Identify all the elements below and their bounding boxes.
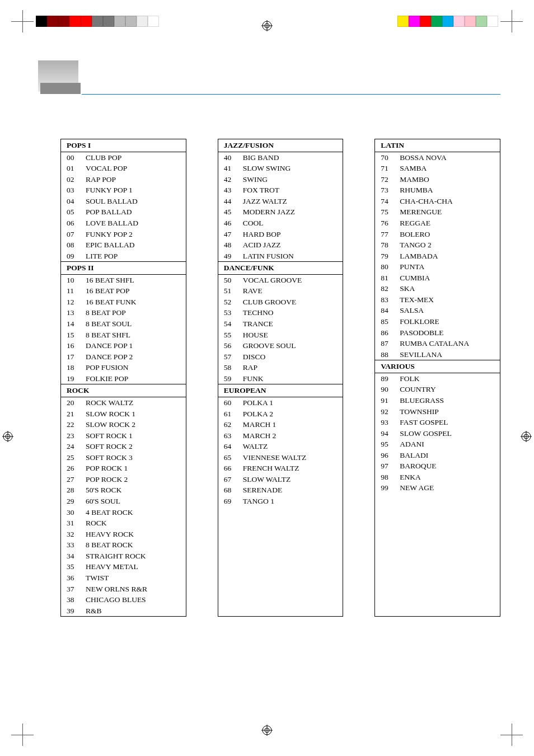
item-number: 85 [381, 316, 400, 327]
list-item: 91BLUEGRASS [375, 395, 500, 406]
color-swatch [442, 16, 453, 27]
list-item: 39R&B [61, 605, 186, 617]
item-number: 63 [224, 430, 243, 442]
crop-mark-bottom-left [11, 724, 34, 746]
list-item: 61POLKA 2 [218, 408, 343, 420]
item-number: 67 [224, 474, 243, 485]
item-number: 25 [67, 452, 86, 463]
item-number: 90 [381, 384, 400, 395]
item-number: 00 [67, 152, 86, 163]
item-number: 79 [381, 251, 400, 262]
crop-mark-bottom-right [500, 724, 523, 746]
item-number: 05 [67, 206, 86, 218]
item-number: 45 [224, 206, 243, 218]
list-item: 71SAMBA [375, 163, 500, 174]
item-number: 76 [381, 218, 400, 229]
item-name: 16 BEAT FUNK [86, 297, 182, 308]
item-number: 43 [224, 185, 243, 196]
item-name: ACID JAZZ [243, 240, 340, 251]
list-item: 38CHICAGO BLUES [61, 594, 186, 605]
list-item: 98ENKA [375, 472, 500, 483]
list-item: 23SOFT ROCK 1 [61, 430, 186, 442]
section-heading: JAZZ/FUSION [218, 139, 343, 152]
item-number: 69 [224, 496, 243, 507]
item-number: 52 [224, 297, 243, 308]
item-name: BOLERO [400, 229, 496, 240]
crop-mark-top-right [500, 10, 523, 32]
item-number: 08 [67, 240, 86, 251]
item-number: 06 [67, 218, 86, 229]
list-item: 21SLOW ROCK 1 [61, 408, 186, 420]
item-name: LAMBADA [400, 251, 496, 262]
item-number: 09 [67, 251, 86, 262]
list-item: 82SKA [375, 283, 500, 294]
item-number: 46 [224, 218, 243, 229]
item-name: WALTZ [243, 441, 340, 452]
list-item: 94SLOW GOSPEL [375, 428, 500, 439]
style-list-columns: POPS I00CLUB POP01VOCAL POP02RAP POP03FU… [60, 139, 500, 617]
list-item: 40BIG BAND [218, 152, 343, 163]
color-swatch [137, 16, 148, 27]
list-item: 24SOFT ROCK 2 [61, 441, 186, 452]
item-name: POP BALLAD [86, 206, 182, 218]
list-item: 36TWIST [61, 572, 186, 584]
item-name: SLOW WALTZ [243, 474, 340, 485]
list-item: 05POP BALLAD [61, 206, 186, 218]
item-name: VOCAL POP [86, 163, 182, 174]
item-name: DANCE POP 1 [86, 340, 182, 351]
section-heading: VARIOUS [375, 360, 500, 373]
list-item: 00CLUB POP [61, 152, 186, 163]
list-item: 51RAVE [218, 285, 343, 297]
item-number: 01 [67, 163, 86, 174]
item-number: 71 [381, 163, 400, 174]
item-name: HEAVY METAL [86, 561, 182, 572]
item-name: EPIC BALLAD [86, 240, 182, 251]
list-item: 48ACID JAZZ [218, 240, 343, 251]
list-item: 78TANGO 2 [375, 240, 500, 251]
item-name: ROCK WALTZ [86, 397, 182, 408]
item-name: MODERN JAZZ [243, 206, 340, 218]
item-name: TOWNSHIP [400, 406, 496, 417]
list-item: 01VOCAL POP [61, 163, 186, 174]
item-number: 26 [67, 463, 86, 474]
list-item: 148 BEAT SOUL [61, 318, 186, 330]
item-number: 38 [67, 594, 86, 605]
item-name: POLKA 1 [243, 397, 340, 408]
list-item: 81CUMBIA [375, 273, 500, 284]
item-name: COOL [243, 218, 340, 229]
item-name: FUNKY POP 2 [86, 229, 182, 240]
item-number: 84 [381, 305, 400, 316]
item-number: 82 [381, 283, 400, 294]
list-item: 70BOSSA NOVA [375, 152, 500, 163]
color-swatch [397, 16, 409, 27]
item-name: POLKA 2 [243, 408, 340, 420]
item-name: SAMBA [400, 163, 496, 174]
color-swatch [125, 16, 137, 27]
list-item: 99NEW AGE [375, 482, 500, 494]
item-number: 47 [224, 229, 243, 240]
item-number: 50 [224, 275, 243, 286]
crop-mark-top-left [11, 10, 34, 32]
item-name: CHICAGO BLUES [86, 594, 182, 605]
item-name: FUNKY POP 1 [86, 185, 182, 196]
item-number: 11 [67, 285, 86, 297]
color-calibration-bar-right [397, 16, 498, 27]
item-name: SOFT ROCK 1 [86, 430, 182, 442]
item-name: BIG BAND [243, 152, 340, 163]
list-item: 83TEX-MEX [375, 294, 500, 306]
item-number: 83 [381, 294, 400, 306]
item-number: 44 [224, 196, 243, 207]
item-name: 8 BEAT ROCK [86, 539, 182, 551]
list-item: 66FRENCH WALTZ [218, 463, 343, 474]
registration-mark-top [261, 20, 273, 31]
item-name: 50'S ROCK [86, 485, 182, 496]
item-name: PASODOBLE [400, 327, 496, 339]
color-swatch [453, 16, 465, 27]
header-rule [82, 94, 500, 95]
item-number: 32 [67, 529, 86, 540]
item-name: SLOW GOSPEL [400, 428, 496, 439]
list-item: 90COUNTRY [375, 384, 500, 395]
item-name: RUMBA CATALANA [400, 338, 496, 349]
item-name: FAST GOSPEL [400, 417, 496, 428]
item-name: SLOW ROCK 2 [86, 419, 182, 430]
